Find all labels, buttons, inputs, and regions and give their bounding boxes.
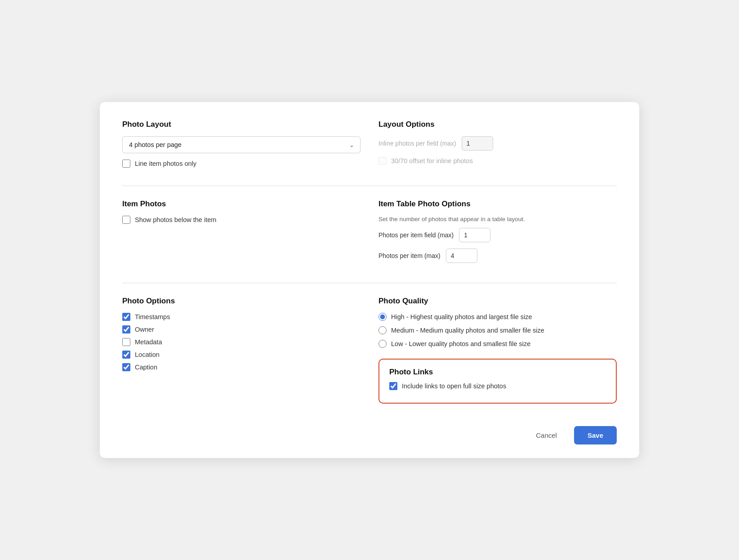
photo-options-section: Photo Options Timestamps Owner Metadata … (122, 297, 361, 404)
photo-quality-section: Photo Quality High - Highest quality pho… (378, 297, 617, 348)
photo-quality-and-links-section: Photo Quality High - Highest quality pho… (378, 297, 617, 404)
metadata-checkbox[interactable] (122, 338, 130, 346)
metadata-label: Metadata (135, 338, 162, 346)
layout-options-section: Layout Options Inline photos per field (… (378, 120, 617, 172)
item-table-title: Item Table Photo Options (378, 200, 617, 209)
item-photos-title: Item Photos (122, 200, 361, 209)
quality-medium-row: Medium - Medium quality photos and small… (378, 326, 617, 334)
quality-low-row: Low - Lower quality photos and smallest … (378, 340, 617, 348)
cancel-button[interactable]: Cancel (528, 427, 565, 444)
photo-layout-select[interactable]: 1 photo per page 2 photos per page 4 pho… (122, 136, 361, 153)
location-label: Location (135, 351, 160, 358)
quality-high-radio[interactable] (378, 313, 387, 321)
per-item-row: Photos per item (max) (378, 249, 617, 263)
quality-high-row: High - Highest quality photos and larges… (378, 313, 617, 321)
timestamps-label: Timestamps (135, 313, 170, 320)
quality-medium-label: Medium - Medium quality photos and small… (391, 327, 544, 334)
item-table-sub: Set the number of photos that appear in … (378, 216, 617, 222)
inline-photos-field: Inline photos per field (max) (378, 136, 617, 151)
timestamps-row: Timestamps (122, 313, 361, 321)
photo-options-title: Photo Options (122, 297, 361, 306)
caption-checkbox[interactable] (122, 363, 130, 371)
per-item-input[interactable] (446, 249, 477, 263)
owner-label: Owner (135, 326, 154, 333)
show-photos-label: Show photos below the item (135, 216, 216, 223)
line-item-label: Line item photos only (135, 160, 196, 167)
footer-bar: Cancel Save (122, 417, 617, 444)
show-photos-row: Show photos below the item (122, 216, 361, 224)
inline-photos-input[interactable] (462, 136, 493, 151)
timestamps-checkbox[interactable] (122, 313, 130, 321)
item-photos-section: Item Photos Show photos below the item (122, 200, 361, 269)
include-links-row: Include links to open full size photos (389, 382, 606, 390)
per-field-input[interactable] (459, 228, 490, 242)
offset-row: 30/70 offset for inline photos (378, 157, 617, 165)
row-item-photos: Item Photos Show photos below the item I… (122, 200, 617, 283)
caption-label: Caption (135, 364, 157, 371)
include-links-checkbox[interactable] (389, 382, 397, 390)
per-field-row: Photos per item field (max) (378, 228, 617, 242)
photo-links-title: Photo Links (389, 368, 606, 377)
show-photos-checkbox[interactable] (122, 216, 130, 224)
per-field-label: Photos per item field (max) (378, 231, 454, 239)
item-table-section: Item Table Photo Options Set the number … (378, 200, 617, 269)
settings-modal: Photo Layout 1 photo per page 2 photos p… (100, 102, 639, 458)
line-item-photos-row: Line item photos only (122, 160, 361, 168)
include-links-label: Include links to open full size photos (402, 382, 506, 390)
photo-quality-title: Photo Quality (378, 297, 617, 306)
metadata-row: Metadata (122, 338, 361, 346)
quality-low-label: Low - Lower quality photos and smallest … (391, 340, 530, 347)
photo-layout-title: Photo Layout (122, 120, 361, 129)
save-button[interactable]: Save (574, 426, 617, 444)
quality-medium-radio[interactable] (378, 326, 387, 334)
offset-label: 30/70 offset for inline photos (391, 157, 473, 164)
quality-low-radio[interactable] (378, 340, 387, 348)
photo-links-box: Photo Links Include links to open full s… (378, 359, 617, 404)
quality-high-label: High - Highest quality photos and larges… (391, 313, 532, 320)
caption-row: Caption (122, 363, 361, 371)
row-photo-layout: Photo Layout 1 photo per page 2 photos p… (122, 120, 617, 186)
photo-layout-select-wrapper: 1 photo per page 2 photos per page 4 pho… (122, 136, 361, 153)
offset-checkbox[interactable] (378, 157, 387, 165)
layout-options-title: Layout Options (378, 120, 617, 129)
row-photo-options: Photo Options Timestamps Owner Metadata … (122, 297, 617, 404)
photo-layout-section: Photo Layout 1 photo per page 2 photos p… (122, 120, 361, 172)
inline-photos-label: Inline photos per field (max) (378, 140, 456, 147)
owner-row: Owner (122, 325, 361, 333)
line-item-checkbox[interactable] (122, 160, 130, 168)
owner-checkbox[interactable] (122, 325, 130, 333)
per-item-label: Photos per item (max) (378, 252, 441, 259)
location-checkbox[interactable] (122, 351, 130, 359)
location-row: Location (122, 351, 361, 359)
